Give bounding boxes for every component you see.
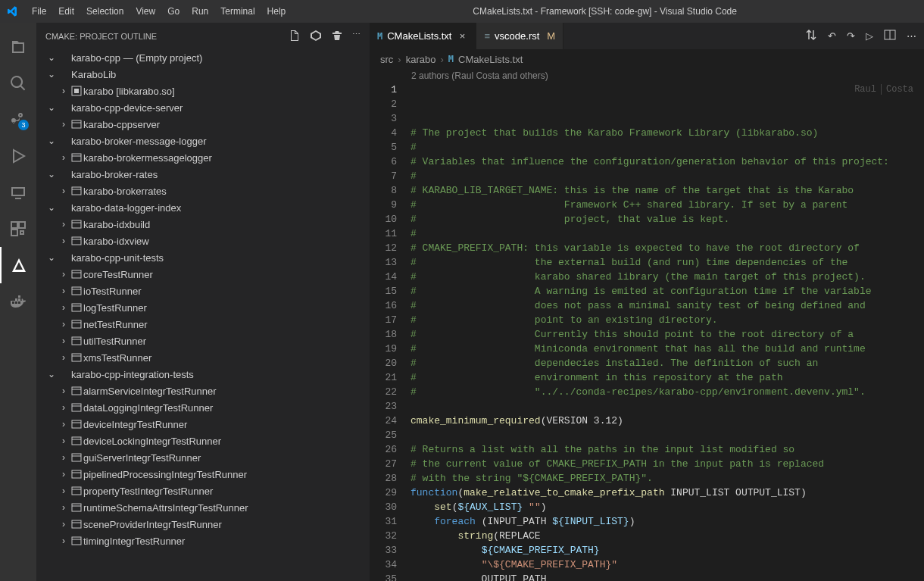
tree-item[interactable]: ›karabo-idxview <box>36 233 370 249</box>
tree-item[interactable]: ›dataLoggingIntegrTestRunner <box>36 399 370 416</box>
activity-extensions[interactable] <box>0 211 36 247</box>
breadcrumb-segment[interactable]: CMakeLists.txt <box>458 54 523 65</box>
tree-item[interactable]: ⌄karabo-cpp-unit-tests <box>36 249 370 266</box>
previous-change-icon[interactable]: ↶ <box>828 30 836 42</box>
activity-cmake[interactable] <box>0 247 36 283</box>
blame-author[interactable]: Costa <box>881 84 918 95</box>
svg-rect-21 <box>72 520 81 528</box>
gitblame-codelens[interactable]: RaulCosta <box>850 83 918 97</box>
tree-item[interactable]: ›ioTestRunner <box>36 283 370 299</box>
sidebar-action-newfile-icon[interactable] <box>289 30 301 43</box>
menu-terminal[interactable]: Terminal <box>214 3 261 20</box>
menu-help[interactable]: Help <box>261 3 292 20</box>
tree-item[interactable]: ›timingIntegrTestRunner <box>36 533 370 549</box>
tree-item[interactable]: ⌄karabo-cpp — (Empty project) <box>36 49 370 66</box>
menu-run[interactable]: Run <box>186 3 214 20</box>
split-editor-icon[interactable] <box>884 29 896 43</box>
item-icon <box>70 118 83 130</box>
tree-item[interactable]: ›pipelinedProcessingIntegrTestRunner <box>36 466 370 483</box>
breadcrumb-segment[interactable]: karabo <box>406 54 436 65</box>
chevron-icon: › <box>58 452 70 463</box>
tree-item[interactable]: ›karabo-brokermessagelogger <box>36 149 370 166</box>
more-icon[interactable]: ⋯ <box>907 30 916 42</box>
menu-file[interactable]: File <box>26 3 52 20</box>
tree-item[interactable]: ›deviceIntegrTestRunner <box>36 416 370 433</box>
breadcrumb-segment[interactable]: src <box>380 54 393 65</box>
tree-label: deviceIntegrTestRunner <box>83 419 187 430</box>
activity-explorer[interactable] <box>0 29 36 65</box>
svg-rect-22 <box>72 537 81 545</box>
tree-item[interactable]: ›coreTestRunner <box>36 266 370 283</box>
svg-rect-18 <box>72 470 81 478</box>
tree-item[interactable]: ›runtimeSchemaAttrsIntegrTestRunner <box>36 499 370 516</box>
next-change-icon[interactable]: ↷ <box>847 30 855 42</box>
tree-item[interactable]: ›guiServerIntegrTestRunner <box>36 449 370 466</box>
tree-item[interactable]: ›alarmServiceIntegrTestRunner <box>36 383 370 399</box>
tab-vscode-rst[interactable]: ≡vscode.rstM <box>476 23 563 49</box>
tree-item[interactable]: ⌄KaraboLib <box>36 66 370 83</box>
code-editor[interactable]: 1234567891011121314151617181920212223242… <box>370 83 924 581</box>
chevron-icon: › <box>58 352 70 363</box>
chevron-icon: › <box>58 336 70 346</box>
menu-selection[interactable]: Selection <box>80 3 130 20</box>
tree-item[interactable]: ›netTestRunner <box>36 316 370 333</box>
sidebar-action-build-icon[interactable] <box>310 30 322 43</box>
chevron-icon: › <box>58 402 70 413</box>
tree-label: netTestRunner <box>83 319 148 330</box>
chevron-icon: › <box>58 419 70 430</box>
tree-label: utilTestRunner <box>83 336 146 347</box>
tree-item[interactable]: ›deviceLockingIntegrTestRunner <box>36 433 370 449</box>
activity-search[interactable] <box>0 65 36 102</box>
tree-item[interactable]: ›logTestRunner <box>36 299 370 316</box>
tree-label: karabo-idxbuild <box>83 219 150 230</box>
scm-badge: 3 <box>18 120 29 130</box>
project-outline-tree[interactable]: ⌄karabo-cpp — (Empty project)⌄KaraboLib›… <box>36 49 370 581</box>
tree-item[interactable]: ›karabo [libkarabo.so] <box>36 83 370 99</box>
tab-cmakelists-txt[interactable]: MCMakeLists.txt× <box>370 23 476 49</box>
tree-item[interactable]: ›karabo-idxbuild <box>36 216 370 233</box>
svg-rect-12 <box>72 354 81 361</box>
tree-item[interactable]: ⌄karabo-broker-rates <box>36 166 370 183</box>
item-icon <box>70 518 83 530</box>
activity-run[interactable] <box>0 138 36 174</box>
tree-item[interactable]: ⌄karabo-cpp-device-server <box>36 99 370 116</box>
tree-item[interactable]: ›karabo-brokerrates <box>36 183 370 199</box>
tree-item[interactable]: ⌄karabo-cpp-integration-tests <box>36 366 370 383</box>
chevron-icon: › <box>58 436 70 446</box>
tree-label: karabo-data-logger-index <box>71 202 181 214</box>
menu-go[interactable]: Go <box>161 3 186 20</box>
code-content[interactable]: RaulCosta # The project that builds the … <box>410 83 924 581</box>
item-icon <box>70 85 83 97</box>
tree-item[interactable]: ›propertyTestIntegrTestRunner <box>36 483 370 499</box>
sidebar-action-clean-icon[interactable] <box>331 30 343 43</box>
chevron-icon: › <box>58 186 70 196</box>
item-icon <box>70 301 83 314</box>
tree-item[interactable]: ›utilTestRunner <box>36 333 370 349</box>
tree-item[interactable]: ›karabo-cppserver <box>36 116 370 133</box>
close-icon[interactable]: × <box>456 30 468 42</box>
blame-author[interactable]: Raul <box>850 84 881 95</box>
tree-item[interactable]: ›xmsTestRunner <box>36 349 370 366</box>
menu-edit[interactable]: Edit <box>52 3 80 20</box>
authors-codelens[interactable]: 2 authors (Raul Costa and others) <box>370 69 924 83</box>
activity-scm[interactable]: 3 <box>0 102 36 138</box>
tree-label: KaraboLib <box>71 69 116 80</box>
sidebar-action-more-icon[interactable]: ⋯ <box>352 30 361 43</box>
tree-label: karabo-broker-rates <box>71 169 158 180</box>
run-icon[interactable]: ▷ <box>866 30 873 42</box>
compare-icon[interactable] <box>805 29 817 43</box>
chevron-icon: › <box>58 236 70 246</box>
activity-remote[interactable] <box>0 174 36 211</box>
tree-label: guiServerIntegrTestRunner <box>83 452 201 464</box>
svg-rect-6 <box>72 237 81 245</box>
activity-docker[interactable] <box>0 283 36 320</box>
tree-item[interactable]: ⌄karabo-broker-message-logger <box>36 133 370 149</box>
tree-label: sceneProviderIntegrTestRunner <box>83 519 222 530</box>
tree-item[interactable]: ›sceneProviderIntegrTestRunner <box>36 516 370 533</box>
tree-item[interactable]: ⌄karabo-data-logger-index <box>36 199 370 216</box>
breadcrumb[interactable]: src› karabo›M CMakeLists.txt <box>370 49 924 69</box>
modified-indicator: M <box>547 30 555 42</box>
menu-view[interactable]: View <box>130 3 161 20</box>
chevron-icon: › <box>58 152 70 163</box>
svg-rect-16 <box>72 437 81 445</box>
